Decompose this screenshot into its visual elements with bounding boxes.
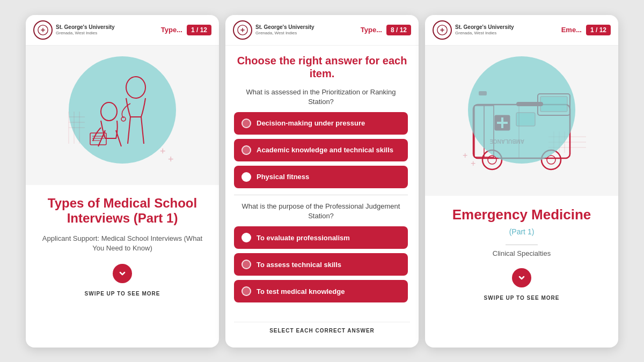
logo-circle-2 <box>233 20 252 40</box>
university-name-2: St. George's University <box>255 24 314 31</box>
swipe-text: SWIPE UP TO SEE MORE <box>85 291 160 297</box>
swipe-text-3: SWIPE UP TO SEE MORE <box>484 295 560 301</box>
radio-q2-a1 <box>241 233 251 242</box>
logo-circle-3 <box>433 20 452 40</box>
svg-point-9 <box>126 77 145 98</box>
card2-content: Choose the right answer for each item. W… <box>225 46 419 348</box>
answer-q1-a2[interactable]: Academic knowledge and technical skills <box>234 139 408 161</box>
logo-area-2: St. George's University Grenada, West In… <box>233 20 356 40</box>
university-name: St. George's University <box>56 24 115 31</box>
card1-content: Types of Medical School Interviews (Part… <box>26 185 219 348</box>
card3-title: Emergency Medicine <box>452 206 591 223</box>
quiz-title: Choose the right answer for each item. <box>234 54 410 80</box>
chevron-down-button[interactable] <box>113 264 132 283</box>
question-separator <box>234 195 408 195</box>
select-text: SELECT EACH CORRECT ANSWER <box>234 322 410 339</box>
card3-content: Emergency Medicine (Part 1) Clinical Spe… <box>425 196 618 348</box>
answer-q1-a1[interactable]: Decision-making under pressure <box>234 112 408 135</box>
logo-area: St. George's University Grenada, West In… <box>33 20 157 40</box>
card1-subtitle: Applicant Support: Medical School Interv… <box>39 234 206 253</box>
type-label-2: Type... <box>361 26 382 34</box>
doctor-svg: + + <box>53 58 192 173</box>
university-sub-3: Grenada, West Indies <box>455 31 514 35</box>
svg-text:+: + <box>160 146 166 157</box>
svg-text:+: + <box>471 159 475 168</box>
card-emergency: St. George's University Grenada, West In… <box>425 15 618 348</box>
page-badge-2: 8 / 12 <box>386 25 411 35</box>
card3-part: (Part 1) <box>509 227 535 236</box>
quiz-scroll-area[interactable]: What is assessed in the Prioritization o… <box>234 87 410 322</box>
university-sub-2: Grenada, West Indies <box>255 31 314 35</box>
radio-q2-a3 <box>241 286 251 296</box>
page-badge-3: 1 / 12 <box>586 25 611 35</box>
answer-q1-a3[interactable]: Physical fitness <box>234 166 408 188</box>
card1-title: Types of Medical School Interviews (Part… <box>39 196 206 227</box>
card-interviews: St. George's University Grenada, West In… <box>26 15 219 348</box>
card3-header: St. George's University Grenada, West In… <box>425 15 618 46</box>
chevron-down-button-3[interactable] <box>512 268 531 287</box>
radio-q1-a3 <box>241 172 251 182</box>
university-sub: Grenada, West Indies <box>56 31 115 35</box>
page-badge: 1 / 12 <box>187 25 211 35</box>
question-1-text: What is assessed in the Prioritization o… <box>234 87 408 107</box>
answer-q2-a2[interactable]: To assess technical skills <box>234 253 408 276</box>
logo-circle <box>33 20 53 40</box>
card3-category: Clinical Specialties <box>493 249 551 257</box>
card-quiz: St. George's University Grenada, West In… <box>225 15 419 348</box>
svg-point-11 <box>101 102 117 121</box>
type-label: Type... <box>161 26 182 34</box>
university-name-3: St. George's University <box>455 24 514 31</box>
bg-circle-3 <box>468 56 575 164</box>
radio-q1-a1 <box>241 119 251 128</box>
card3-illustration: + + <box>425 46 618 196</box>
card1-header: St. George's University Grenada, West In… <box>26 15 219 46</box>
svg-text:+: + <box>463 151 467 160</box>
card3-divider <box>506 245 538 245</box>
card1-illustration: + + <box>26 46 219 185</box>
question-2-text: What is the purpose of the Professional … <box>234 202 408 221</box>
svg-point-40 <box>547 156 555 164</box>
answer-q2-a1[interactable]: To evaluate professionalism <box>234 226 408 249</box>
type-label-3: Eme... <box>561 26 582 34</box>
radio-q2-a2 <box>241 260 251 269</box>
logo-area-3: St. George's University Grenada, West In… <box>433 20 557 40</box>
answer-q2-a3[interactable]: To test medical knowledge <box>234 280 408 302</box>
card2-header: St. George's University Grenada, West In… <box>225 15 419 46</box>
radio-q1-a2 <box>241 145 251 155</box>
svg-text:+: + <box>168 154 174 165</box>
